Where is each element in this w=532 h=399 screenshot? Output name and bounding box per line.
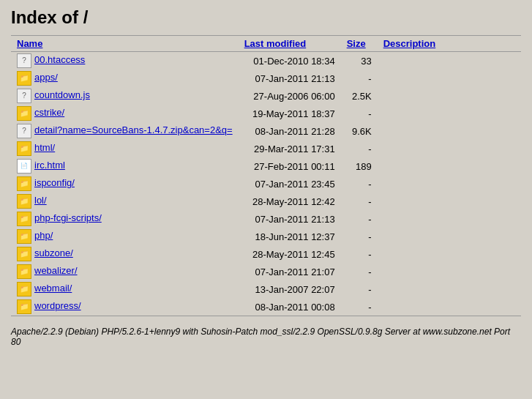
file-link[interactable]: irc.html — [34, 160, 65, 171]
table-row: 📁wordpress/ 08-Jan-2011 00:08 - — [11, 298, 521, 316]
file-desc-cell — [378, 228, 521, 245]
file-name-cell: ?countdown.js — [11, 87, 239, 105]
table-row: 📁php/ 18-Jun-2011 12:37 - — [11, 228, 521, 245]
file-modified-cell: 28-May-2011 12:45 — [239, 245, 341, 263]
file-size-cell: - — [341, 210, 378, 228]
file-name-cell: 📄irc.html — [11, 157, 239, 175]
sort-by-name-link[interactable]: Name — [17, 38, 42, 49]
file-modified-cell: 08-Jan-2011 21:28 — [239, 122, 341, 140]
file-modified-cell: 27-Feb-2011 00:11 — [239, 157, 341, 175]
file-desc-cell — [378, 210, 521, 228]
file-link[interactable]: php/ — [34, 230, 53, 241]
table-row: 📁webmail/ 13-Jan-2007 22:07 - — [11, 280, 521, 298]
file-size-cell: - — [341, 280, 378, 298]
file-modified-cell: 13-Jan-2007 22:07 — [239, 280, 341, 298]
file-size-cell: - — [341, 105, 378, 122]
table-row: 📄irc.html 27-Feb-2011 00:11 189 — [11, 157, 521, 175]
table-footer — [11, 316, 521, 321]
file-modified-cell: 19-May-2011 18:37 — [239, 105, 341, 122]
file-name-cell: 📁webalizer/ — [11, 263, 239, 280]
file-size-cell: 9.6K — [341, 122, 378, 140]
file-desc-cell — [378, 52, 521, 70]
file-link[interactable]: php-fcgi-scripts/ — [34, 212, 102, 223]
file-link[interactable]: subzone/ — [34, 247, 73, 258]
file-listing-table: Name Last modified Size Description ?00.… — [11, 35, 521, 321]
col-header-name: Name — [11, 36, 239, 52]
file-size-cell: - — [341, 193, 378, 210]
file-link[interactable]: webmail/ — [34, 283, 72, 294]
file-desc-cell — [378, 245, 521, 263]
page-title: Index of / — [11, 7, 521, 28]
unknown-file-icon: ? — [17, 124, 31, 138]
unknown-file-icon: ? — [17, 89, 31, 103]
table-row: 📁lol/ 28-May-2011 12:42 - — [11, 193, 521, 210]
file-desc-cell — [378, 193, 521, 210]
file-link[interactable]: lol/ — [34, 195, 47, 206]
file-modified-cell: 01-Dec-2010 18:34 — [239, 52, 341, 70]
folder-icon: 📁 — [17, 176, 31, 191]
file-size-cell: - — [341, 263, 378, 280]
folder-icon: 📁 — [17, 71, 31, 86]
file-name-cell: 📁lol/ — [11, 193, 239, 210]
file-link[interactable]: detail?name=SourceBans-1.4.7.zip&can=2&q… — [34, 124, 233, 135]
file-link[interactable]: wordpress/ — [34, 300, 81, 311]
file-link[interactable]: ispconfig/ — [34, 177, 75, 188]
file-link[interactable]: 00.htaccess — [34, 54, 85, 65]
file-link[interactable]: countdown.js — [34, 89, 90, 100]
table-row: 📁subzone/ 28-May-2011 12:45 - — [11, 245, 521, 263]
file-size-cell: - — [341, 245, 378, 263]
file-desc-cell — [378, 87, 521, 105]
folder-icon: 📁 — [17, 229, 31, 244]
folder-icon: 📁 — [17, 141, 31, 156]
table-row: ?countdown.js 27-Aug-2006 06:00 2.5K — [11, 87, 521, 105]
file-modified-cell: 28-May-2011 12:42 — [239, 193, 341, 210]
file-size-cell: - — [341, 175, 378, 193]
file-desc-cell — [378, 70, 521, 87]
table-row: 📁php-fcgi-scripts/ 07-Jan-2011 21:13 - — [11, 210, 521, 228]
file-name-cell: 📁ispconfig/ — [11, 175, 239, 193]
col-header-size: Size — [341, 36, 378, 52]
file-size-cell: 2.5K — [341, 87, 378, 105]
file-name-cell: 📁webmail/ — [11, 280, 239, 298]
table-row: 📁cstrike/ 19-May-2011 18:37 - — [11, 105, 521, 122]
col-header-modified: Last modified — [239, 36, 341, 52]
file-size-cell: - — [341, 228, 378, 245]
file-name-cell: ?detail?name=SourceBans-1.4.7.zip&can=2&… — [11, 122, 239, 140]
file-name-cell: 📁cstrike/ — [11, 105, 239, 122]
file-link[interactable]: cstrike/ — [34, 107, 64, 118]
file-desc-cell — [378, 157, 521, 175]
file-modified-cell: 08-Jan-2011 00:08 — [239, 298, 341, 316]
file-link[interactable]: html/ — [34, 142, 55, 153]
folder-icon: 📁 — [17, 247, 31, 261]
file-link[interactable]: apps/ — [34, 72, 58, 83]
sort-by-desc-link[interactable]: Description — [383, 38, 436, 49]
folder-icon: 📁 — [17, 106, 31, 121]
table-row: 📁webalizer/ 07-Jan-2011 21:07 - — [11, 263, 521, 280]
unknown-file-icon: ? — [17, 53, 31, 68]
table-row: ?detail?name=SourceBans-1.4.7.zip&can=2&… — [11, 122, 521, 140]
file-name-cell: 📁subzone/ — [11, 245, 239, 263]
file-name-cell: 📁apps/ — [11, 70, 239, 87]
folder-icon: 📁 — [17, 299, 31, 314]
file-link[interactable]: webalizer/ — [34, 265, 78, 276]
folder-icon: 📁 — [17, 282, 31, 297]
sort-by-size-link[interactable]: Size — [347, 38, 366, 49]
text-file-icon: 📄 — [17, 159, 31, 174]
file-desc-cell — [378, 175, 521, 193]
file-modified-cell: 07-Jan-2011 21:07 — [239, 263, 341, 280]
file-modified-cell: 27-Aug-2006 06:00 — [239, 87, 341, 105]
file-name-cell: 📁php-fcgi-scripts/ — [11, 210, 239, 228]
table-row: ?00.htaccess 01-Dec-2010 18:34 33 — [11, 52, 521, 70]
file-size-cell: 189 — [341, 157, 378, 175]
file-modified-cell: 07-Jan-2011 21:13 — [239, 210, 341, 228]
file-modified-cell: 29-Mar-2011 17:31 — [239, 140, 341, 157]
sort-by-modified-link[interactable]: Last modified — [244, 38, 307, 49]
folder-icon: 📁 — [17, 264, 31, 279]
table-row: 📁ispconfig/ 07-Jan-2011 23:45 - — [11, 175, 521, 193]
col-header-description: Description — [378, 36, 521, 52]
folder-icon: 📁 — [17, 212, 31, 226]
file-desc-cell — [378, 263, 521, 280]
file-desc-cell — [378, 122, 521, 140]
file-size-cell: - — [341, 70, 378, 87]
file-modified-cell: 18-Jun-2011 12:37 — [239, 228, 341, 245]
